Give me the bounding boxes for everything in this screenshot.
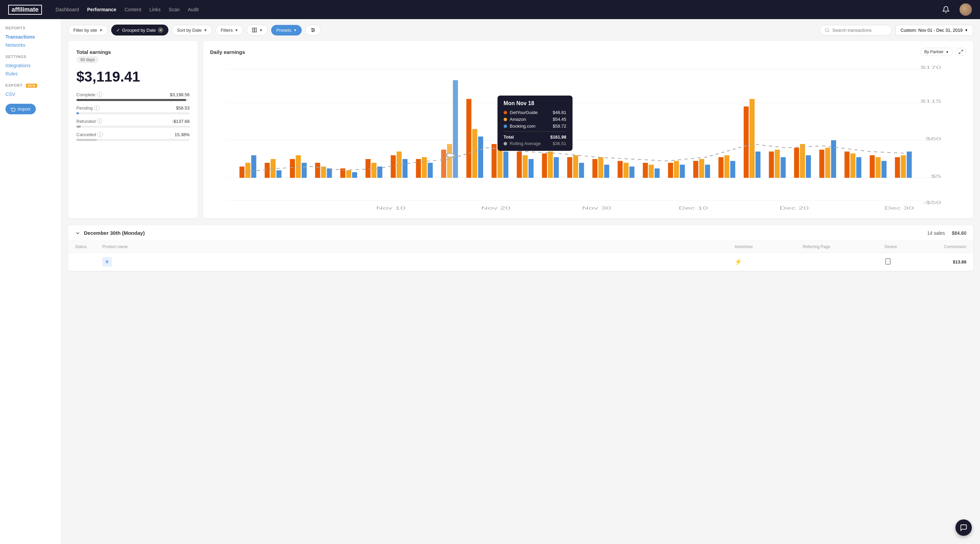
svg-text:Dec 30: Dec 30 (885, 206, 914, 211)
sidebar-csv[interactable]: CSV (5, 90, 56, 98)
svg-rect-57 (528, 159, 534, 178)
filter-by-site-button[interactable]: Filter by site ▼ (68, 25, 108, 35)
stat-pending-value: $58.53 (176, 105, 189, 110)
svg-rect-65 (598, 157, 603, 178)
sort-chevron: ▼ (204, 28, 207, 32)
svg-rect-52 (492, 144, 497, 178)
chart-card: Daily earnings By Partner ▼ (203, 41, 973, 219)
by-partner-button[interactable]: By Partner ▼ (920, 48, 953, 56)
svg-rect-99 (881, 161, 886, 178)
check-icon: ✓ (116, 28, 120, 33)
svg-rect-95 (850, 153, 856, 178)
complete-progress-bg (76, 99, 189, 101)
svg-rect-51 (478, 137, 483, 178)
main-layout: REPORTS Transactions Networks SETTINGS I… (0, 19, 980, 544)
columns-button[interactable]: ▼ (247, 25, 268, 35)
col-status-header: Status (75, 244, 102, 249)
cancelled-progress-fill (76, 139, 97, 141)
settings-adjust-button[interactable] (305, 25, 321, 35)
svg-rect-25 (265, 163, 270, 178)
svg-rect-80 (724, 155, 729, 178)
svg-rect-75 (680, 165, 685, 178)
svg-rect-71 (649, 165, 654, 178)
adjust-icon (310, 27, 316, 33)
complete-info-icon[interactable]: i (97, 92, 102, 97)
nav-audit[interactable]: Audit (188, 7, 199, 12)
stat-refunded-label: Refunded i (76, 118, 102, 124)
columns-icon (251, 27, 257, 33)
import-icon (11, 107, 16, 112)
svg-rect-97 (870, 155, 875, 178)
svg-rect-48 (453, 80, 458, 178)
sidebar-transactions[interactable]: Transactions (5, 33, 56, 41)
group-commission: $84.60 (952, 230, 966, 236)
earnings-title: Total earnings (76, 49, 189, 55)
chart-area: $170 $115 $60 $5 -$50 (210, 61, 966, 212)
import-button[interactable]: Import (5, 104, 36, 114)
svg-rect-91 (819, 150, 824, 178)
col-referring-header: Referring Page (803, 244, 885, 249)
svg-rect-88 (794, 148, 799, 178)
cancelled-info-icon[interactable]: i (97, 132, 103, 137)
settings-section-label: SETTINGS (5, 54, 56, 59)
grouped-by-date-close[interactable]: ✕ (158, 27, 163, 33)
svg-rect-38 (371, 163, 377, 178)
search-box[interactable] (820, 25, 892, 35)
group-header[interactable]: December 30th (Monday) 14 sales $84.60 (68, 225, 973, 241)
date-range-chevron: ▼ (965, 28, 968, 32)
nav-links[interactable]: Links (150, 7, 161, 12)
product-icon: B (102, 257, 112, 266)
svg-rect-29 (296, 155, 301, 178)
svg-rect-27 (277, 170, 282, 178)
chart-controls: By Partner ▼ (920, 48, 966, 56)
sales-count: 14 sales (927, 230, 945, 236)
sort-by-date-button[interactable]: Sort by Date ▼ (172, 25, 212, 35)
svg-rect-77 (699, 159, 704, 178)
svg-rect-1 (255, 28, 257, 32)
presets-button[interactable]: Presets ▼ (271, 25, 302, 35)
pending-info-icon[interactable]: i (94, 105, 100, 110)
svg-text:Dec 20: Dec 20 (780, 206, 809, 211)
svg-rect-60 (554, 157, 559, 178)
svg-rect-79 (719, 157, 724, 178)
svg-rect-73 (668, 163, 673, 178)
svg-rect-46 (441, 150, 446, 178)
svg-rect-58 (542, 153, 547, 178)
sidebar-networks[interactable]: Networks (5, 41, 56, 49)
sidebar-integrations[interactable]: Integrations (5, 61, 56, 70)
svg-rect-53 (498, 137, 503, 178)
chart-title: Daily earnings (210, 49, 245, 55)
svg-rect-86 (775, 150, 780, 178)
svg-rect-23 (245, 163, 251, 178)
svg-rect-56 (523, 155, 528, 178)
chat-button[interactable] (955, 519, 972, 536)
col-commission-header: Commission (926, 244, 966, 249)
svg-rect-72 (655, 169, 660, 178)
date-range-button[interactable]: Custom: Nov 01 - Dec 31, 2019 ▼ (896, 25, 973, 35)
days-badge: 60 days (76, 56, 99, 63)
svg-rect-45 (428, 163, 433, 178)
filters-button[interactable]: Filters ▼ (215, 25, 243, 35)
group-stats: 14 sales $84.60 (927, 230, 966, 236)
svg-text:-$50: -$50 (923, 200, 941, 205)
refunded-info-icon[interactable]: i (97, 118, 102, 124)
chart-expand-button[interactable] (955, 48, 966, 56)
search-input[interactable] (832, 28, 887, 33)
filter-site-chevron: ▼ (99, 28, 103, 32)
nav-dashboard[interactable]: Dashboard (56, 7, 79, 12)
by-partner-chevron: ▼ (945, 50, 949, 54)
nav-performance[interactable]: Performance (87, 7, 117, 12)
user-avatar[interactable] (959, 3, 972, 16)
grouped-by-date-button[interactable]: ✓ Grouped by Date ✕ (111, 25, 169, 35)
svg-rect-81 (730, 161, 735, 178)
stat-pending: Pending i $58.53 (76, 105, 189, 114)
nav-content[interactable]: Content (124, 7, 141, 12)
top-navigation: affilimate Dashboard Performance Content… (0, 0, 980, 19)
svg-rect-30 (302, 163, 307, 178)
row-product: B (102, 257, 735, 266)
svg-rect-85 (769, 152, 774, 178)
app-logo: affilimate (8, 5, 42, 15)
nav-scan[interactable]: Scan (169, 7, 180, 12)
sidebar-rules[interactable]: Rules (5, 70, 56, 78)
notification-bell[interactable] (940, 4, 951, 15)
